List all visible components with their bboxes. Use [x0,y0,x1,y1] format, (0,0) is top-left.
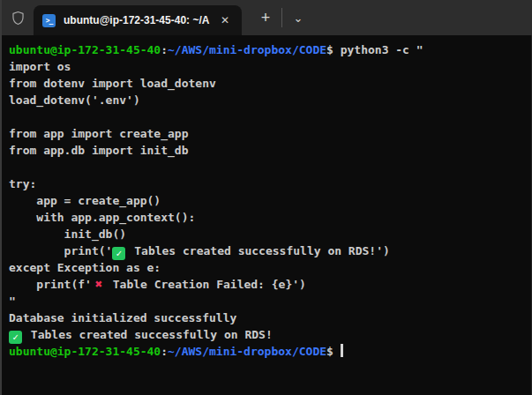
terminal-line: with app.app_context(): [9,209,531,226]
text-segment: Tables created successfully on RDS! [24,328,273,341]
terminal-line: load_dotenv('.env') [9,92,531,108]
check-emoji-icon: ✓ [9,331,22,344]
text-segment: Database initialized successfully [9,311,236,324]
terminal-line: print(f'✖ Table Creation Failed: {e}') [9,276,531,293]
text-segment: ubuntu@ip-172-31-45-40 [9,345,161,358]
text-segment: from dotenv import load_dotenv [9,77,216,90]
text-segment: : [161,43,168,56]
terminal-window: >_ ubuntu@ip-172-31-45-40: ~/A ✕ + ⌄ ubu… [0,0,532,395]
terminal-line: " [9,293,531,309]
text-segment: from app.db import init_db [9,144,189,157]
text-segment: " [9,294,16,308]
text-segment: with app.app_context(): [9,211,195,224]
terminal-line [9,108,531,125]
terminal-line: from app import create_app [9,125,531,142]
text-segment: print(f' [9,278,92,291]
tab-bar: >_ ubuntu@ip-172-31-45-40: ~/A ✕ + ⌄ [0,0,532,35]
text-segment: ~/AWS/mini-dropbox/CODE [168,43,326,56]
terminal-line: except Exception as e: [9,259,531,276]
terminal-line: ubuntu@ip-172-31-45-40:~/AWS/mini-dropbo… [9,343,531,360]
text-segment: init_db() [9,227,126,241]
text-segment: Tables created successfully on RDS!') [127,244,389,257]
text-segment: from app import create_app [9,127,189,140]
terminal-output[interactable]: ubuntu@ip-172-31-45-40:~/AWS/mini-dropbo… [0,35,532,395]
new-tab-button[interactable]: + [254,6,277,29]
tab-active[interactable]: >_ ubuntu@ip-172-31-45-40: ~/A ✕ [34,5,242,35]
text-segment: : [161,345,168,358]
text-segment: print(' [9,244,112,257]
terminal-line: app = create_app() [9,192,531,209]
terminal-line: from app.db import init_db [9,142,531,159]
terminal-line: try: [9,175,531,192]
cross-emoji-icon: ✖ [92,276,106,293]
text-segment: import os [9,60,71,73]
text-segment: load_dotenv('.env') [9,93,140,107]
terminal-line: import os [9,58,531,75]
text-segment: try: [9,177,36,190]
terminal-line: ✓ Tables created successfully on RDS! [9,326,531,343]
text-segment: ubuntu@ip-172-31-45-40 [9,43,161,56]
terminal-line: init_db() [9,226,531,242]
text-segment: $ [326,345,341,358]
terminal-cursor [341,344,343,357]
tab-title: ubuntu@ip-172-31-45-40: ~/A [64,14,212,26]
text-segment: $ python3 -c " [326,43,423,56]
check-emoji-icon: ✓ [112,247,125,260]
terminal-line: print('✓ Tables created successfully on … [9,242,531,259]
tab-close-icon[interactable]: ✕ [217,14,233,26]
terminal-line [9,159,531,175]
text-segment: Table Creation Failed: {e}') [106,278,306,291]
terminal-line: ubuntu@ip-172-31-45-40:~/AWS/mini-dropbo… [9,41,531,58]
tab-dropdown-button[interactable]: ⌄ [287,6,310,29]
terminal-line: Database initialized successfully [9,309,531,326]
terminal-line: from dotenv import load_dotenv [9,75,531,92]
text-segment: app = create_app() [9,194,161,207]
text-segment: except Exception as e: [9,261,161,274]
text-segment: ~/AWS/mini-dropbox/CODE [168,345,326,358]
tabbar-divider [281,8,282,27]
shell-tab-icon: >_ [42,14,56,27]
admin-shield-icon [2,0,34,35]
